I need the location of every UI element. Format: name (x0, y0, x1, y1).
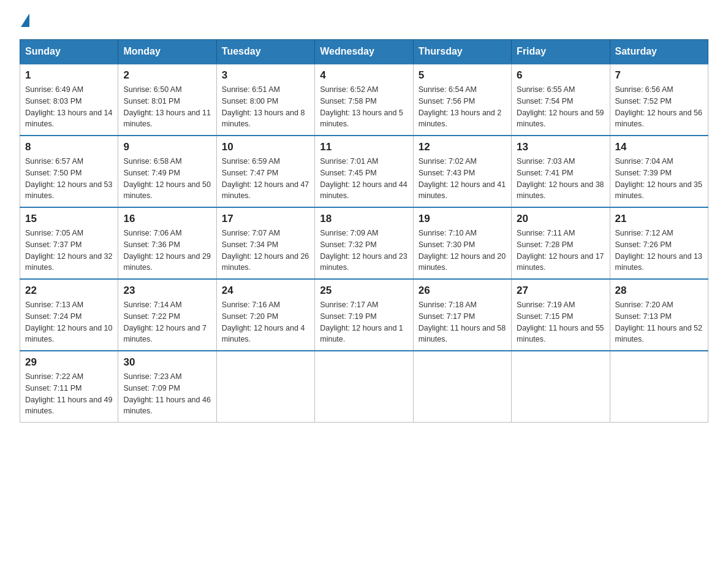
column-header-friday: Friday (512, 40, 610, 64)
calendar-cell: 19 Sunrise: 7:10 AMSunset: 7:30 PMDaylig… (413, 207, 511, 279)
calendar-cell (216, 351, 314, 423)
calendar-cell: 21 Sunrise: 7:12 AMSunset: 7:26 PMDaylig… (610, 207, 708, 279)
column-header-wednesday: Wednesday (315, 40, 413, 64)
calendar-cell: 17 Sunrise: 7:07 AMSunset: 7:34 PMDaylig… (216, 207, 314, 279)
calendar-cell (512, 351, 610, 423)
day-number: 19 (419, 213, 506, 225)
day-number: 13 (517, 141, 604, 153)
calendar-cell (315, 351, 413, 423)
day-number: 1 (25, 69, 113, 82)
calendar-cell: 7 Sunrise: 6:56 AMSunset: 7:52 PMDayligh… (610, 64, 708, 136)
calendar-cell: 8 Sunrise: 6:57 AMSunset: 7:50 PMDayligh… (20, 136, 118, 207)
day-info: Sunrise: 7:14 AMSunset: 7:22 PMDaylight:… (123, 299, 211, 345)
week-row-5: 29 Sunrise: 7:22 AMSunset: 7:11 PMDaylig… (20, 351, 708, 423)
calendar-cell: 18 Sunrise: 7:09 AMSunset: 7:32 PMDaylig… (315, 207, 413, 279)
day-number: 4 (320, 69, 408, 82)
calendar-cell: 14 Sunrise: 7:04 AMSunset: 7:39 PMDaylig… (610, 136, 708, 207)
logo (20, 15, 29, 28)
day-info: Sunrise: 7:20 AMSunset: 7:13 PMDaylight:… (615, 299, 703, 345)
calendar-cell: 28 Sunrise: 7:20 AMSunset: 7:13 PMDaylig… (610, 279, 708, 351)
day-number: 29 (25, 356, 113, 369)
day-info: Sunrise: 7:10 AMSunset: 7:30 PMDaylight:… (419, 228, 506, 274)
calendar-cell: 27 Sunrise: 7:19 AMSunset: 7:15 PMDaylig… (512, 279, 610, 351)
day-info: Sunrise: 7:06 AMSunset: 7:36 PMDaylight:… (123, 228, 211, 274)
day-info: Sunrise: 7:17 AMSunset: 7:19 PMDaylight:… (320, 299, 408, 345)
calendar-cell (610, 351, 708, 423)
week-row-4: 22 Sunrise: 7:13 AMSunset: 7:24 PMDaylig… (20, 279, 708, 351)
calendar-cell: 20 Sunrise: 7:11 AMSunset: 7:28 PMDaylig… (512, 207, 610, 279)
day-number: 20 (517, 213, 604, 225)
day-number: 8 (25, 141, 113, 153)
day-info: Sunrise: 6:49 AMSunset: 8:03 PMDaylight:… (25, 84, 113, 130)
column-header-sunday: Sunday (20, 40, 118, 64)
day-info: Sunrise: 7:22 AMSunset: 7:11 PMDaylight:… (25, 371, 113, 417)
day-info: Sunrise: 7:01 AMSunset: 7:45 PMDaylight:… (320, 156, 408, 202)
calendar-cell: 26 Sunrise: 7:18 AMSunset: 7:17 PMDaylig… (413, 279, 511, 351)
day-number: 6 (517, 69, 604, 82)
page-header (20, 15, 708, 28)
column-header-monday: Monday (118, 40, 216, 64)
day-number: 22 (25, 285, 113, 297)
calendar-cell: 4 Sunrise: 6:52 AMSunset: 7:58 PMDayligh… (315, 64, 413, 136)
calendar-cell: 13 Sunrise: 7:03 AMSunset: 7:41 PMDaylig… (512, 136, 610, 207)
calendar-cell: 30 Sunrise: 7:23 AMSunset: 7:09 PMDaylig… (118, 351, 216, 423)
column-header-tuesday: Tuesday (216, 40, 314, 64)
calendar-cell: 1 Sunrise: 6:49 AMSunset: 8:03 PMDayligh… (20, 64, 118, 136)
day-info: Sunrise: 6:54 AMSunset: 7:56 PMDaylight:… (419, 84, 506, 130)
day-number: 15 (25, 213, 113, 225)
day-info: Sunrise: 7:11 AMSunset: 7:28 PMDaylight:… (517, 228, 604, 274)
day-number: 14 (615, 141, 703, 153)
calendar-cell: 12 Sunrise: 7:02 AMSunset: 7:43 PMDaylig… (413, 136, 511, 207)
day-info: Sunrise: 6:51 AMSunset: 8:00 PMDaylight:… (222, 84, 309, 130)
day-number: 23 (123, 285, 211, 297)
day-number: 21 (615, 213, 703, 225)
day-number: 17 (222, 213, 309, 225)
day-info: Sunrise: 6:59 AMSunset: 7:47 PMDaylight:… (222, 156, 309, 202)
day-info: Sunrise: 6:55 AMSunset: 7:54 PMDaylight:… (517, 84, 604, 130)
column-header-thursday: Thursday (413, 40, 511, 64)
day-number: 9 (123, 141, 211, 153)
day-info: Sunrise: 6:57 AMSunset: 7:50 PMDaylight:… (25, 156, 113, 202)
day-info: Sunrise: 7:09 AMSunset: 7:32 PMDaylight:… (320, 228, 408, 274)
calendar-cell (413, 351, 511, 423)
day-number: 27 (517, 285, 604, 297)
day-info: Sunrise: 6:56 AMSunset: 7:52 PMDaylight:… (615, 84, 703, 130)
day-number: 5 (419, 69, 506, 82)
calendar-cell: 6 Sunrise: 6:55 AMSunset: 7:54 PMDayligh… (512, 64, 610, 136)
day-info: Sunrise: 6:58 AMSunset: 7:49 PMDaylight:… (123, 156, 211, 202)
calendar-cell: 24 Sunrise: 7:16 AMSunset: 7:20 PMDaylig… (216, 279, 314, 351)
day-number: 26 (419, 285, 506, 297)
calendar-table: SundayMondayTuesdayWednesdayThursdayFrid… (20, 39, 708, 423)
calendar-cell: 5 Sunrise: 6:54 AMSunset: 7:56 PMDayligh… (413, 64, 511, 136)
day-number: 3 (222, 69, 309, 82)
day-number: 2 (123, 69, 211, 82)
column-header-saturday: Saturday (610, 40, 708, 64)
day-number: 12 (419, 141, 506, 153)
logo-triangle-icon (21, 13, 29, 27)
calendar-cell: 22 Sunrise: 7:13 AMSunset: 7:24 PMDaylig… (20, 279, 118, 351)
day-number: 30 (123, 356, 211, 369)
day-number: 25 (320, 285, 408, 297)
day-number: 11 (320, 141, 408, 153)
day-number: 28 (615, 285, 703, 297)
calendar-cell: 25 Sunrise: 7:17 AMSunset: 7:19 PMDaylig… (315, 279, 413, 351)
calendar-cell: 15 Sunrise: 7:05 AMSunset: 7:37 PMDaylig… (20, 207, 118, 279)
week-row-1: 1 Sunrise: 6:49 AMSunset: 8:03 PMDayligh… (20, 64, 708, 136)
week-row-3: 15 Sunrise: 7:05 AMSunset: 7:37 PMDaylig… (20, 207, 708, 279)
calendar-cell: 10 Sunrise: 6:59 AMSunset: 7:47 PMDaylig… (216, 136, 314, 207)
day-info: Sunrise: 7:23 AMSunset: 7:09 PMDaylight:… (123, 371, 211, 417)
day-info: Sunrise: 7:03 AMSunset: 7:41 PMDaylight:… (517, 156, 604, 202)
day-info: Sunrise: 7:12 AMSunset: 7:26 PMDaylight:… (615, 228, 703, 274)
day-info: Sunrise: 7:04 AMSunset: 7:39 PMDaylight:… (615, 156, 703, 202)
calendar-cell: 9 Sunrise: 6:58 AMSunset: 7:49 PMDayligh… (118, 136, 216, 207)
day-info: Sunrise: 7:18 AMSunset: 7:17 PMDaylight:… (419, 299, 506, 345)
calendar-cell: 23 Sunrise: 7:14 AMSunset: 7:22 PMDaylig… (118, 279, 216, 351)
day-number: 7 (615, 69, 703, 82)
day-number: 10 (222, 141, 309, 153)
day-info: Sunrise: 7:19 AMSunset: 7:15 PMDaylight:… (517, 299, 604, 345)
calendar-cell: 2 Sunrise: 6:50 AMSunset: 8:01 PMDayligh… (118, 64, 216, 136)
day-info: Sunrise: 7:02 AMSunset: 7:43 PMDaylight:… (419, 156, 506, 202)
day-info: Sunrise: 7:07 AMSunset: 7:34 PMDaylight:… (222, 228, 309, 274)
day-number: 24 (222, 285, 309, 297)
day-number: 16 (123, 213, 211, 225)
